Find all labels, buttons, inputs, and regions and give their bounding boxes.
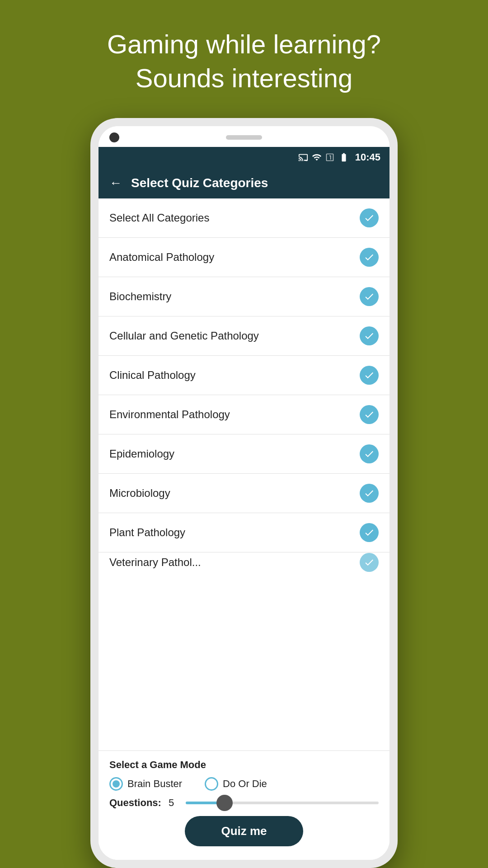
content-area: Select All Categories Anatomical Patholo… <box>99 198 389 860</box>
category-label-clinical: Clinical Pathology <box>109 369 196 382</box>
checkbox-anatomical[interactable] <box>360 248 379 267</box>
hero-line2: Sounds interesting <box>107 61 381 95</box>
list-item-microbiology[interactable]: Microbiology <box>99 474 389 513</box>
status-time: 10:45 <box>355 151 380 163</box>
slider-thumb[interactable] <box>216 795 233 811</box>
checkbox-biochemistry[interactable] <box>360 287 379 306</box>
status-icons: 10:45 <box>298 151 380 163</box>
checkbox-all[interactable] <box>360 208 379 227</box>
radio-brain-buster[interactable]: Brain Buster <box>109 777 182 791</box>
category-label-biochemistry: Biochemistry <box>109 290 171 303</box>
status-bar: 10:45 <box>99 147 389 168</box>
phone-speaker <box>226 135 262 140</box>
questions-slider[interactable] <box>186 802 379 804</box>
quiz-me-button[interactable]: Quiz me <box>185 816 303 846</box>
list-item-biochemistry[interactable]: Biochemistry <box>99 277 389 316</box>
category-label-environmental: Environmental Pathology <box>109 408 230 421</box>
list-item-anatomical[interactable]: Anatomical Pathology <box>99 238 389 277</box>
radio-do-or-die[interactable]: Do Or Die <box>205 777 267 791</box>
hero-line1: Gaming while learning? <box>107 27 381 61</box>
toolbar: ← Select Quiz Categories <box>99 168 389 198</box>
game-mode-title: Select a Game Mode <box>109 759 379 771</box>
checkbox-plant[interactable] <box>360 523 379 542</box>
category-label-anatomical: Anatomical Pathology <box>109 251 214 264</box>
radio-outer-do-or-die <box>205 777 218 791</box>
signal-icon <box>325 152 334 162</box>
hero-text: Gaming while learning? Sounds interestin… <box>71 27 417 95</box>
questions-row: Questions: 5 <box>109 797 379 809</box>
checkbox-environmental[interactable] <box>360 405 379 424</box>
cast-icon <box>298 152 308 162</box>
list-item-environmental[interactable]: Environmental Pathology <box>99 395 389 434</box>
phone-frame: 10:45 ← Select Quiz Categories Select Al… <box>90 118 398 868</box>
game-mode-section: Select a Game Mode Brain Buster Do Or Di… <box>99 750 389 860</box>
list-item-all[interactable]: Select All Categories <box>99 198 389 238</box>
list-item-clinical[interactable]: Clinical Pathology <box>99 356 389 395</box>
wifi-icon <box>312 152 322 162</box>
category-label-veterinary: Veterinary Pathol... <box>109 556 201 569</box>
battery-icon <box>338 152 350 162</box>
category-label-epidemiology: Epidemiology <box>109 448 174 460</box>
category-list: Select All Categories Anatomical Patholo… <box>99 198 389 750</box>
questions-label: Questions: <box>109 797 161 809</box>
radio-inner-brain-buster <box>113 780 120 788</box>
list-item-cellular[interactable]: Cellular and Genetic Pathology <box>99 316 389 356</box>
phone-inner: 10:45 ← Select Quiz Categories Select Al… <box>99 126 389 860</box>
list-item-veterinary[interactable]: Veterinary Pathol... <box>99 552 389 572</box>
back-button[interactable]: ← <box>109 176 122 190</box>
category-label-cellular: Cellular and Genetic Pathology <box>109 330 259 342</box>
radio-label-brain-buster: Brain Buster <box>127 778 182 790</box>
radio-outer-brain-buster <box>109 777 123 791</box>
list-item-plant[interactable]: Plant Pathology <box>99 513 389 552</box>
category-label-plant: Plant Pathology <box>109 526 185 539</box>
radio-row: Brain Buster Do Or Die <box>109 777 379 791</box>
phone-camera <box>109 132 119 142</box>
phone-top-bar <box>99 126 389 147</box>
checkbox-epidemiology[interactable] <box>360 444 379 463</box>
checkbox-cellular[interactable] <box>360 326 379 345</box>
checkbox-clinical[interactable] <box>360 366 379 385</box>
radio-label-do-or-die: Do Or Die <box>223 778 267 790</box>
questions-value: 5 <box>169 797 174 809</box>
category-label-microbiology: Microbiology <box>109 487 170 500</box>
category-label-all: Select All Categories <box>109 212 209 224</box>
checkbox-microbiology[interactable] <box>360 484 379 503</box>
toolbar-title: Select Quiz Categories <box>131 176 268 190</box>
checkbox-veterinary[interactable] <box>360 553 379 572</box>
list-item-epidemiology[interactable]: Epidemiology <box>99 434 389 474</box>
